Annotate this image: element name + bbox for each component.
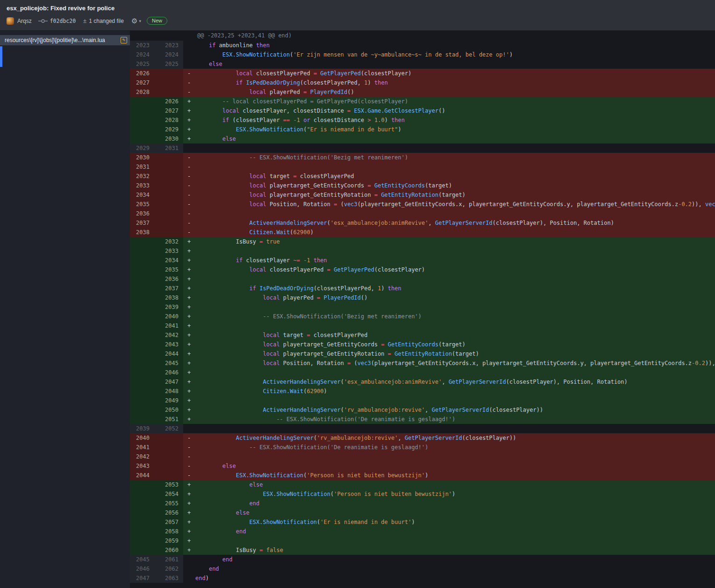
author-avatar[interactable] xyxy=(7,17,14,25)
diff-line: 2041+ xyxy=(130,321,715,330)
diff-line: 2036- xyxy=(130,209,715,218)
code-text: end xyxy=(195,555,715,564)
diff-line: 2043+ local playertarget_GetEntityCoords… xyxy=(130,340,715,349)
diff-panel: @@ -2023,25 +2023,41 @@ end) 20232023 if… xyxy=(130,31,715,588)
diff-line: 2060+ IsBusy = false xyxy=(130,545,715,555)
diff-sign: + xyxy=(183,368,195,377)
diff-sign: - xyxy=(183,78,195,87)
old-line-number xyxy=(130,302,154,312)
new-line-number: 2046 xyxy=(154,368,183,377)
diff-sign: - xyxy=(183,461,195,471)
code-text: -- ESX.ShowNotification('Bezig met reani… xyxy=(195,153,715,162)
diff-line: 2045+ local Position, Rotation = (vec3(p… xyxy=(130,359,715,368)
diff-sign xyxy=(183,50,195,59)
diff-line: 2034- local playertarget_GetEntityRotati… xyxy=(130,190,715,200)
old-line-number: 2045 xyxy=(130,555,154,564)
diff-sign: + xyxy=(183,312,195,321)
new-line-number: 2057 xyxy=(154,517,183,527)
new-line-number: 2033 xyxy=(154,246,183,256)
code-text xyxy=(195,396,715,405)
old-line-number xyxy=(130,125,154,134)
new-line-number: 2060 xyxy=(154,545,183,555)
code-text: ESX.ShowNotification('Persoon is niet bu… xyxy=(195,489,715,499)
diff-sign: + xyxy=(183,237,195,246)
code-text: ESX.ShowNotification('Er zijn mensen van… xyxy=(195,50,715,59)
old-line-number: 2036 xyxy=(130,209,154,218)
code-text: local playerPed = PlayerPedId() xyxy=(195,293,715,302)
old-line-number xyxy=(130,106,154,115)
diff-line: 2057+ ESX.ShowNotification('Er is nieman… xyxy=(130,517,715,527)
new-line-number: 2043 xyxy=(154,340,183,349)
diff-sign xyxy=(183,564,195,574)
code-text: local playertarget_GetEntityRotation = G… xyxy=(195,190,715,200)
old-line-number xyxy=(130,545,154,555)
new-line-number xyxy=(154,209,183,218)
diff-sign: + xyxy=(183,330,195,340)
file-list-item[interactable]: resources\[rv]\[jobs]\[politie]\e...\mai… xyxy=(0,35,130,45)
diff-sign: + xyxy=(183,97,195,106)
chevron-down-icon[interactable]: ▾ xyxy=(139,19,141,23)
diff-line: 2051+ -- ESX.ShowNotification('De reanim… xyxy=(130,415,715,424)
new-line-number xyxy=(154,172,183,181)
code-text: ActiveerHandelingServer('rv_ambulancejob… xyxy=(195,433,715,443)
diff-sign: + xyxy=(183,387,195,396)
code-text xyxy=(195,162,715,172)
diff-sign: + xyxy=(183,134,195,143)
diff-sign: + xyxy=(183,106,195,115)
diff-line: 20452061 end xyxy=(130,555,715,564)
diff-sign: + xyxy=(183,527,195,536)
old-line-number xyxy=(130,265,154,274)
old-line-number xyxy=(130,312,154,321)
old-line-number: 2035 xyxy=(130,200,154,209)
code-text: if IsPedDeadOrDying(closestPlayerPed, 1)… xyxy=(195,78,715,87)
code-text: -- local closestPlayerPed = GetPlayerPed… xyxy=(195,97,715,106)
old-line-number xyxy=(130,517,154,527)
new-line-number: 2056 xyxy=(154,508,183,517)
old-line-number xyxy=(130,349,154,359)
new-line-number: 2034 xyxy=(154,256,183,265)
diff-line: 2042+ local target = closestPlayerPed xyxy=(130,330,715,340)
diff-line: 2033+ xyxy=(130,246,715,256)
new-line-number: 2063 xyxy=(154,574,183,583)
diff-sign: - xyxy=(183,433,195,443)
scroll-indicator[interactable] xyxy=(0,46,2,67)
old-line-number xyxy=(130,368,154,377)
old-line-number xyxy=(130,340,154,349)
code-text: local closestPlayerPed = GetPlayerPed(cl… xyxy=(195,69,715,78)
new-line-number: 2047 xyxy=(154,377,183,387)
diff-sign: - xyxy=(183,87,195,97)
code-text: ESX.ShowNotification("Er is niemand in d… xyxy=(195,125,715,134)
new-line-number: 2055 xyxy=(154,499,183,508)
new-line-number: 2061 xyxy=(154,555,183,564)
new-line-number: 2062 xyxy=(154,564,183,574)
diff-line: 2059+ xyxy=(130,536,715,545)
commit-hash[interactable]: f02dbc20 xyxy=(50,18,76,24)
diff-sign: - xyxy=(183,471,195,480)
code-text: end xyxy=(195,527,715,536)
diff-sign xyxy=(183,574,195,583)
diff-sign xyxy=(183,41,195,50)
new-line-number: 2031 xyxy=(154,143,183,153)
old-line-number: 2037 xyxy=(130,218,154,228)
code-text: else xyxy=(195,134,715,143)
diff-options-button[interactable]: ⚙ ▾ xyxy=(131,17,141,24)
new-line-number: 2041 xyxy=(154,321,183,330)
diff-line: 2038- Citizen.Wait(62900) xyxy=(130,228,715,237)
changed-files-count: 1 changed file xyxy=(89,18,124,24)
diff-sign: + xyxy=(183,489,195,499)
code-text: IsBusy = true xyxy=(195,237,715,246)
old-line-number: 2039 xyxy=(130,424,154,433)
diff-line: 2035- local Position, Rotation = (vec3(p… xyxy=(130,200,715,209)
old-line-number: 2034 xyxy=(130,190,154,200)
new-line-number: 2050 xyxy=(154,405,183,415)
code-text: if IsPedDeadOrDying(closestPlayerPed, 1)… xyxy=(195,284,715,293)
code-text: local closestPlayer, closestDistance = E… xyxy=(195,106,715,115)
gear-icon[interactable]: ⚙ xyxy=(131,17,137,24)
old-line-number: 2038 xyxy=(130,228,154,237)
diff-line: 2039+ xyxy=(130,302,715,312)
diff-sign: - xyxy=(183,218,195,228)
old-line-number: 2047 xyxy=(130,574,154,583)
diff-line: 20242024 ESX.ShowNotification('Er zijn m… xyxy=(130,50,715,59)
code-text: local playertarget_GetEntityRotation = G… xyxy=(195,349,715,359)
diff-line: 2030- -- ESX.ShowNotification('Bezig met… xyxy=(130,153,715,162)
